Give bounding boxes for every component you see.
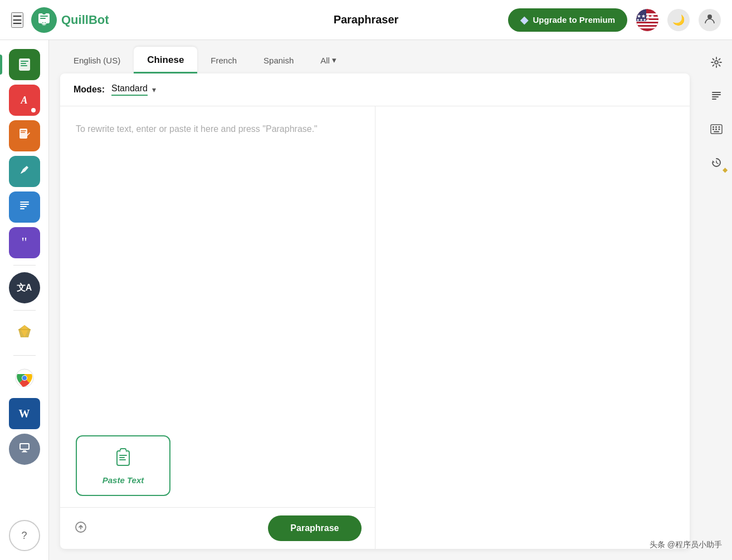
language-tabs: English (US) Chinese French Spanish All … <box>49 40 701 73</box>
tab-french[interactable]: French <box>197 47 250 73</box>
sidebar-item-pen[interactable] <box>9 156 40 187</box>
premium-diamond-icon <box>16 323 33 343</box>
sidebar-item-grammar[interactable]: A <box>9 85 40 116</box>
upgrade-button[interactable]: ◆ Upgrade to Premium <box>508 8 627 32</box>
svg-rect-34 <box>21 65 27 66</box>
logo-text: QuillBot <box>61 13 109 27</box>
header-right: ◆ Upgrade to Premium <box>508 8 721 32</box>
sidebar-item-quotes[interactable]: " <box>9 227 40 258</box>
modes-bar: Modes: Standard ▾ <box>60 73 690 106</box>
sidebar-item-help[interactable]: ? <box>9 520 40 551</box>
left-sidebar: A <box>0 40 49 560</box>
input-placeholder[interactable]: To rewrite text, enter or paste it here … <box>60 106 375 435</box>
upload-icon[interactable] <box>74 519 88 537</box>
tab-all[interactable]: All ▾ <box>307 47 350 73</box>
svg-point-60 <box>715 61 718 64</box>
mode-dropdown-icon: ▾ <box>152 85 156 94</box>
svg-rect-50 <box>21 444 28 449</box>
svg-rect-52 <box>22 451 27 453</box>
logo-icon <box>31 7 57 33</box>
sidebar-item-chrome[interactable] <box>9 362 40 394</box>
svg-rect-39 <box>20 204 29 205</box>
svg-text:★★★★★: ★★★★★ <box>636 18 650 22</box>
sidebar-item-paraphraser[interactable] <box>9 49 40 80</box>
hamburger-button[interactable]: ☰ <box>11 12 23 28</box>
sidebar-item-word[interactable]: W <box>9 398 40 429</box>
svg-rect-24 <box>636 23 658 25</box>
svg-rect-64 <box>712 99 716 100</box>
svg-rect-37 <box>21 132 25 133</box>
editor-area: Modes: Standard ▾ To rewrite text, enter… <box>60 73 690 549</box>
svg-rect-71 <box>719 129 720 130</box>
svg-point-4 <box>42 22 43 23</box>
right-sidebar: ◆ <box>701 40 732 560</box>
language-flag-button[interactable]: ★★★★★★ ★★★★★ <box>636 9 658 31</box>
svg-rect-51 <box>23 450 26 451</box>
header-left: ☰ QuillBot <box>11 7 109 33</box>
translate-icon: 文A <box>17 282 32 294</box>
monitor-icon <box>18 441 31 457</box>
svg-rect-57 <box>119 457 125 458</box>
active-indicator <box>0 55 2 75</box>
right-keyboard-icon[interactable] <box>705 118 728 140</box>
tab-chinese[interactable]: Chinese <box>134 47 197 73</box>
clipboard-icon <box>113 446 133 471</box>
right-text-icon[interactable] <box>705 85 728 107</box>
bottom-bar: Paraphrase <box>60 507 375 549</box>
logo-container: QuillBot <box>31 7 109 33</box>
svg-rect-1 <box>40 16 48 17</box>
tab-english[interactable]: English (US) <box>60 47 134 73</box>
svg-rect-25 <box>636 25 658 27</box>
svg-rect-61 <box>712 92 721 93</box>
paste-text-label: Paste Text <box>103 475 144 485</box>
mode-selector[interactable]: Standard ▾ <box>111 83 156 96</box>
svg-rect-40 <box>20 206 27 207</box>
svg-rect-70 <box>715 129 717 130</box>
svg-rect-55 <box>120 450 126 453</box>
svg-rect-68 <box>719 126 720 128</box>
svg-point-30 <box>707 14 712 19</box>
svg-rect-69 <box>713 129 714 130</box>
right-settings-icon[interactable] <box>705 51 728 73</box>
svg-rect-23 <box>636 22 658 23</box>
sidebar-divider-2 <box>13 310 36 311</box>
mode-value: Standard <box>111 83 148 96</box>
right-history-icon[interactable]: ◆ <box>705 151 728 174</box>
sidebar-item-monitor[interactable] <box>9 434 40 465</box>
svg-rect-72 <box>714 131 719 132</box>
svg-rect-63 <box>712 96 719 97</box>
svg-rect-6 <box>42 12 46 14</box>
output-panel <box>375 106 690 549</box>
history-premium-badge: ◆ <box>723 166 728 174</box>
all-dropdown-icon: ▾ <box>332 55 336 65</box>
svg-rect-31 <box>19 58 30 71</box>
paste-text-button[interactable]: Paste Text <box>76 435 170 496</box>
pen-icon <box>18 164 31 179</box>
main-content: English (US) Chinese French Spanish All … <box>49 40 701 560</box>
tab-spanish[interactable]: Spanish <box>250 47 307 73</box>
output-area <box>375 106 690 549</box>
writer-icon <box>18 127 31 144</box>
sidebar-item-summarizer[interactable] <box>9 191 40 223</box>
user-account-button[interactable] <box>699 9 721 31</box>
help-icon: ? <box>21 530 27 542</box>
svg-rect-2 <box>40 18 46 19</box>
svg-rect-62 <box>712 94 721 95</box>
svg-rect-35 <box>19 129 27 139</box>
svg-rect-66 <box>713 126 714 128</box>
input-panel: To rewrite text, enter or paste it here … <box>60 106 375 549</box>
svg-rect-38 <box>20 202 29 203</box>
svg-rect-58 <box>119 459 126 460</box>
sidebar-item-premium[interactable] <box>9 317 40 348</box>
svg-point-48 <box>22 376 27 380</box>
sidebar-divider-3 <box>13 355 36 356</box>
dark-mode-button[interactable]: 🌙 <box>667 9 690 31</box>
paraphrase-button[interactable]: Paraphrase <box>268 515 361 541</box>
sidebar-item-writer[interactable] <box>9 120 40 151</box>
app-title: Paraphraser <box>334 13 399 26</box>
user-icon <box>704 12 716 27</box>
sidebar-item-translate[interactable]: 文A <box>9 272 40 303</box>
svg-rect-56 <box>119 455 127 456</box>
grammar-icon: A <box>21 95 27 106</box>
svg-rect-41 <box>20 208 25 209</box>
